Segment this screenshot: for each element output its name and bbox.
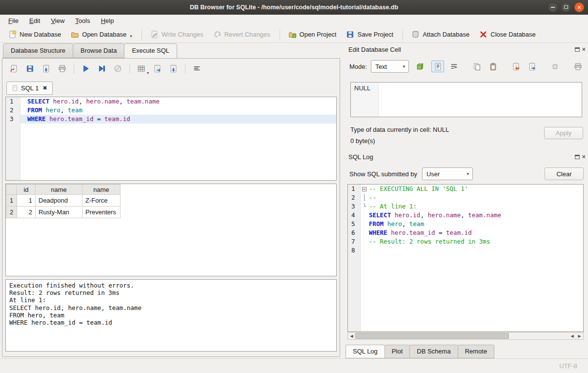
print-sql-button[interactable] [56, 62, 68, 75]
table-cell[interactable]: Z-Force [82, 195, 121, 207]
table-cell[interactable]: 2 [17, 207, 36, 218]
table-cell[interactable]: Deadpond [36, 195, 82, 207]
toolbar-open-database[interactable]: Open Database▾ [66, 28, 137, 41]
tab-database-structure[interactable]: Database Structure [3, 43, 73, 58]
table-cell[interactable]: Preventers [82, 207, 121, 218]
copy-cell-button[interactable] [470, 61, 483, 72]
export-cell-button[interactable] [526, 61, 538, 72]
menu-view[interactable]: View [45, 16, 70, 26]
save-sql-as-button[interactable] [40, 62, 52, 75]
export-results-button[interactable] [151, 62, 163, 75]
scrollbar-track[interactable] [355, 332, 568, 339]
revert-changes-label: Revert Changes [224, 31, 270, 38]
code-line: -- At line 1: [368, 202, 417, 211]
page-save-icon [169, 64, 178, 73]
titlebar[interactable]: DB Browser for SQLite - /home/user/code/… [0, 0, 588, 15]
collapse-icon[interactable] [362, 187, 366, 191]
minimize-button[interactable] [548, 2, 558, 12]
word-wrap-button[interactable] [447, 61, 460, 72]
message-line: Execution finished without errors. [9, 282, 333, 289]
log-horizontal-scrollbar[interactable]: ◀ ◀ ▶ [347, 332, 584, 340]
scroll-left-icon[interactable]: ◀ [348, 334, 355, 338]
close-panel-icon[interactable]: ✕ [582, 47, 586, 52]
toolbar-new-database[interactable]: New Database [4, 28, 65, 41]
sql-tab-bar: SQL 1 ✖ [6, 80, 53, 95]
column-header[interactable]: name [36, 185, 82, 195]
text-mode-button[interactable] [431, 61, 444, 72]
bottom-tab-plot[interactable]: Plot [385, 345, 410, 358]
float-panel-icon[interactable] [575, 155, 580, 159]
maximize-button[interactable] [561, 2, 571, 12]
close-tab-icon[interactable]: ✖ [42, 85, 47, 91]
import-cell-button[interactable] [509, 61, 522, 72]
attach-database-icon [411, 30, 420, 39]
fold-marker: └ [361, 202, 368, 211]
menu-file[interactable]: File [3, 16, 24, 26]
format-sql-button[interactable] [190, 62, 203, 75]
editor-line: 3WHERE hero.team_id = team.id [6, 115, 336, 124]
execution-message: Execution finished without errors.Result… [5, 279, 337, 352]
paste-cell-button[interactable] [487, 61, 499, 72]
menu-help[interactable]: Help [96, 16, 120, 26]
toolbar-separator [74, 64, 74, 74]
sql-tab[interactable]: SQL 1 ✖ [6, 82, 53, 95]
submitter-select[interactable]: User ▾ [422, 167, 473, 180]
results-view-button[interactable]: ▾ [135, 62, 147, 75]
menu-edit[interactable]: Edit [24, 16, 45, 26]
tab-browse-data[interactable]: Browse Data [73, 43, 124, 58]
auto-switch-mode-button[interactable] [413, 60, 426, 73]
line-number: 6 [348, 228, 361, 237]
cell-editor[interactable]: NULL [350, 82, 582, 117]
row-number: 1 [6, 195, 17, 207]
bottom-tab-sql-log[interactable]: SQL Log [345, 345, 385, 358]
new-database-label: New Database [20, 31, 61, 38]
open-sql-file-button[interactable] [7, 62, 20, 75]
column-header[interactable]: id [17, 185, 36, 195]
toolbar-close-database[interactable]: Close Database [475, 28, 540, 41]
scroll-left-icon[interactable]: ◀ [568, 334, 576, 338]
save-results-button[interactable] [167, 62, 180, 75]
play-line-icon [98, 64, 106, 73]
toolbar-open-project[interactable]: Open Project [284, 28, 341, 41]
clear-log-button[interactable]: Clear [545, 167, 584, 180]
table-cell[interactable]: 1 [17, 195, 36, 207]
toolbar-attach-database[interactable]: Attach Database [407, 28, 474, 41]
log-line: 8 [348, 246, 583, 255]
close-window-button[interactable]: ✕ [574, 2, 584, 12]
float-panel-icon[interactable] [575, 47, 580, 52]
menu-tools[interactable]: Tools [70, 16, 95, 26]
editor-line: 2FROM hero, team [6, 106, 336, 115]
mode-select[interactable]: Text ▾ [371, 60, 409, 73]
chevron-down-icon[interactable]: ▾ [130, 34, 132, 39]
attach-database-label: Attach Database [423, 31, 469, 38]
save-sql-file-button[interactable] [23, 62, 36, 75]
sql-editor[interactable]: 1SELECT hero.id, hero.name, team.name2FR… [5, 97, 337, 181]
fold-marker[interactable] [361, 185, 368, 193]
bottom-tab-db-schema[interactable]: DB Schema [409, 345, 458, 358]
close-database-label: Close Database [490, 31, 536, 38]
tab-execute-sql[interactable]: Execute SQL [124, 43, 177, 59]
window-controls: ✕ [548, 2, 584, 12]
set-null-button[interactable] [548, 61, 561, 72]
sql-editor-toolbar: ▾ [7, 62, 206, 75]
save-project-icon [346, 30, 354, 39]
line-number: 4 [348, 211, 361, 220]
close-panel-icon[interactable]: ✕ [582, 154, 586, 159]
save-sql-icon [26, 64, 34, 73]
cell-icon-buttons [431, 61, 585, 72]
execute-all-button[interactable] [79, 62, 92, 75]
sql-log-view[interactable]: 1-- EXECUTING ALL IN 'SQL 1'2│--3└-- At … [347, 184, 584, 332]
bottom-tab-remote[interactable]: Remote [458, 345, 495, 358]
cell-editor-toolbar: Mode: Text ▾ [349, 60, 585, 73]
scrollbar-thumb[interactable] [355, 333, 509, 339]
dock-tab-bar: SQL LogPlotDB SchemaRemote [345, 345, 494, 358]
sql-log-filter-row: Show SQL submitted by User ▾ Clear [349, 167, 584, 181]
results-grid[interactable]: idnamename11DeadpondZ-Force22Rusty-ManPr… [5, 184, 337, 276]
print-cell-button[interactable] [571, 61, 584, 72]
scroll-right-icon[interactable]: ▶ [576, 334, 583, 338]
execute-line-button[interactable] [95, 62, 108, 75]
column-header[interactable]: name [82, 185, 121, 195]
toolbar-save-project[interactable]: Save Project [342, 28, 398, 41]
results-table: idnamename11DeadpondZ-Force22Rusty-ManPr… [6, 184, 121, 218]
table-cell[interactable]: Rusty-Man [36, 207, 82, 218]
